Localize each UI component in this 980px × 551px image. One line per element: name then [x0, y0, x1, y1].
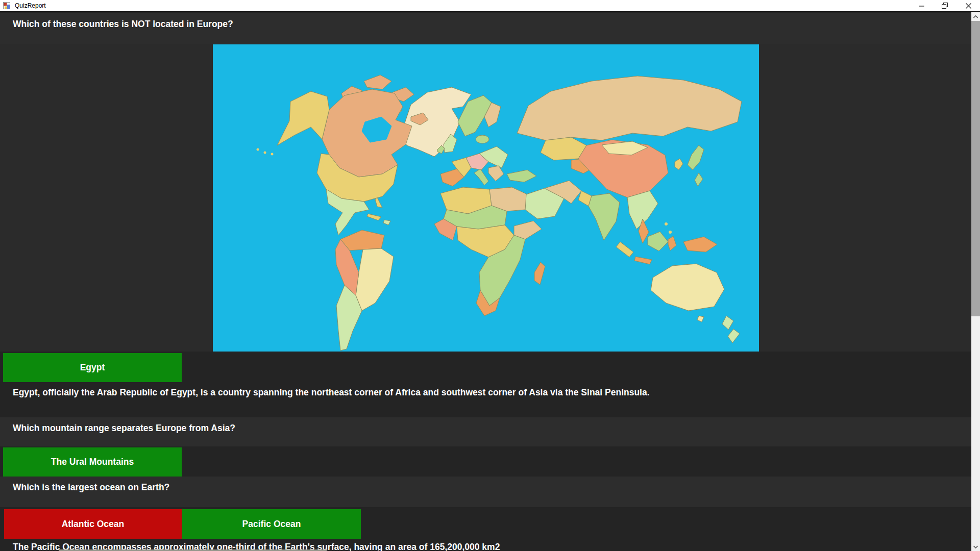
scroll-down-button[interactable]	[971, 542, 980, 551]
question-1-text: Which of these countries is NOT located …	[0, 13, 971, 44]
app-icon	[3, 2, 11, 10]
world-map-svg	[213, 44, 759, 352]
window-controls	[910, 0, 980, 11]
scroll-up-button[interactable]	[971, 12, 980, 21]
restore-button[interactable]	[933, 0, 957, 11]
answer-button-atlantic-ocean[interactable]: Atlantic Ocean	[4, 509, 182, 539]
scrollbar-thumb[interactable]	[971, 21, 980, 316]
vertical-scrollbar[interactable]	[971, 12, 980, 551]
answer-button-pacific-ocean[interactable]: Pacific Ocean	[182, 509, 361, 539]
chevron-up-icon	[973, 15, 978, 18]
window-titlebar: QuizReport	[0, 0, 980, 12]
answer-button-ural-mountains[interactable]: The Ural Mountains	[3, 447, 182, 477]
close-button[interactable]	[957, 0, 980, 11]
question-image-world-map	[213, 44, 759, 352]
minimize-button[interactable]	[910, 0, 933, 11]
question-2-text: Which mountain range separates Europe fr…	[0, 417, 971, 446]
close-icon	[966, 3, 971, 9]
window-title: QuizReport	[15, 0, 46, 12]
question-3-text: Which is the largest ocean on Earth?	[0, 477, 971, 507]
answer-button-egypt[interactable]: Egypt	[3, 353, 182, 382]
minimize-icon	[919, 3, 924, 9]
question-1-explanation: Egypt, officially the Arab Republic of E…	[13, 387, 650, 398]
chevron-down-icon	[973, 545, 978, 548]
restore-icon	[942, 3, 948, 9]
question-1-image-row	[0, 44, 971, 352]
